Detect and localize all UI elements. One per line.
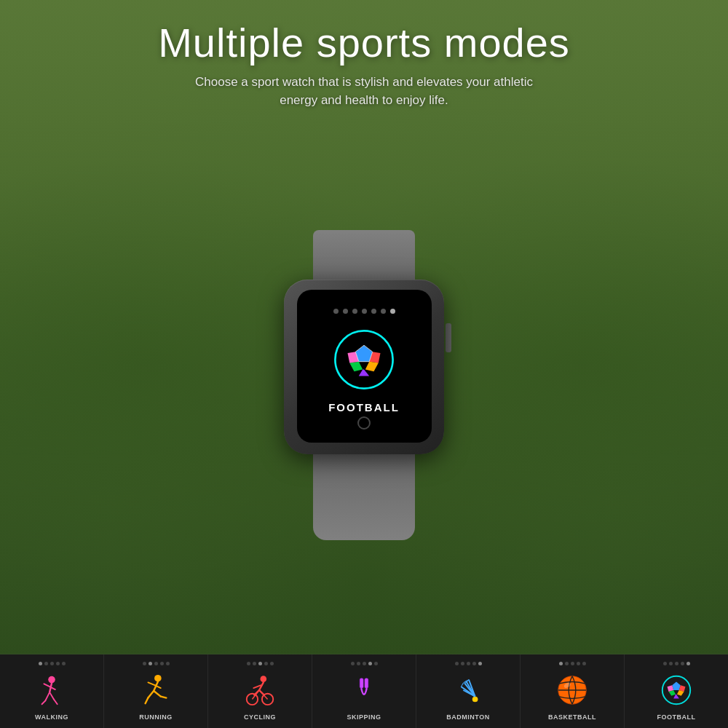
sport-card-skipping[interactable]: SKIPPING xyxy=(312,654,416,728)
screen-dots-indicator xyxy=(333,309,395,314)
svg-line-22 xyxy=(148,691,154,698)
badminton-label: BADMINTON xyxy=(446,713,489,721)
watch-home-button[interactable] xyxy=(357,416,371,430)
watch-section: FOOTBALL xyxy=(284,117,444,654)
svg-marker-47 xyxy=(672,681,681,690)
cycling-dots xyxy=(247,662,274,665)
skipping-label: SKIPPING xyxy=(347,713,381,721)
svg-marker-5 xyxy=(349,362,363,372)
dot-1 xyxy=(333,309,339,314)
svg-marker-7 xyxy=(359,370,369,376)
svg-line-34 xyxy=(259,690,268,699)
subtitle-line2: energy and health to enjoy life. xyxy=(280,93,448,107)
cycling-label: CYCLING xyxy=(244,713,276,721)
dot-4 xyxy=(362,309,367,314)
page-container: Multiple sports modes Choose a sport wat… xyxy=(0,0,728,728)
svg-line-14 xyxy=(45,692,50,701)
svg-point-37 xyxy=(472,697,478,703)
running-icon-area xyxy=(137,671,175,709)
watch-body: FOOTBALL xyxy=(284,280,444,454)
svg-line-24 xyxy=(154,691,161,697)
badminton-dots xyxy=(455,662,482,665)
running-label: RUNNING xyxy=(139,713,173,721)
dot-5 xyxy=(371,309,376,314)
sport-card-walking[interactable]: WALKING xyxy=(0,654,104,728)
dot-6 xyxy=(381,309,386,314)
walking-icon xyxy=(34,673,69,708)
basketball-icon-area xyxy=(553,671,591,709)
football-label: FOOTBALL xyxy=(657,713,696,721)
walking-icon-area xyxy=(33,671,71,709)
header-section: Multiple sports modes Choose a sport wat… xyxy=(158,0,570,117)
football-icon-area xyxy=(657,671,695,709)
svg-line-23 xyxy=(146,698,149,704)
sport-card-cycling[interactable]: CYCLING xyxy=(208,654,312,728)
football-icon xyxy=(331,327,397,392)
sports-bar: WALKING xyxy=(0,654,728,728)
svg-line-17 xyxy=(54,699,58,704)
basketball-label: BASKETBALL xyxy=(548,713,596,721)
page-title: Multiple sports modes xyxy=(158,20,570,66)
svg-marker-52 xyxy=(673,695,679,699)
walking-dots xyxy=(39,662,66,665)
cycling-icon-area xyxy=(241,671,279,709)
badminton-icon xyxy=(451,673,486,708)
running-icon xyxy=(138,673,173,708)
svg-rect-35 xyxy=(360,678,363,688)
basketball-icon xyxy=(555,673,590,708)
subtitle-line1: Choose a sport watch that is stylish and… xyxy=(195,75,533,89)
subtitle: Choose a sport watch that is stylish and… xyxy=(158,73,570,110)
svg-point-26 xyxy=(260,676,266,682)
svg-rect-36 xyxy=(365,678,368,688)
watch-screen: FOOTBALL xyxy=(297,290,432,443)
svg-line-25 xyxy=(161,697,167,698)
sport-card-badminton[interactable]: BADMINTON xyxy=(416,654,521,728)
sport-card-football[interactable]: FOOTBALL xyxy=(625,654,728,728)
football-sport-icon xyxy=(659,673,694,708)
svg-point-10 xyxy=(48,676,55,684)
football-dots xyxy=(663,662,690,665)
basketball-dots xyxy=(559,662,586,665)
dot-2 xyxy=(343,309,348,314)
cycling-icon xyxy=(242,673,277,708)
svg-line-16 xyxy=(50,692,54,700)
smartwatch: FOOTBALL xyxy=(284,230,444,540)
skipping-icon-area xyxy=(345,671,383,709)
svg-point-18 xyxy=(154,675,162,682)
svg-line-20 xyxy=(148,682,155,685)
badminton-icon-area xyxy=(449,671,487,709)
svg-line-12 xyxy=(44,684,50,687)
watch-side-button xyxy=(446,323,451,352)
running-dots xyxy=(143,662,170,665)
skipping-dots xyxy=(351,662,378,665)
dot-7 xyxy=(390,309,395,314)
watch-band-top xyxy=(313,230,415,281)
walking-label: WALKING xyxy=(35,713,68,721)
svg-marker-4 xyxy=(365,362,379,372)
svg-line-15 xyxy=(42,700,46,704)
sport-card-running[interactable]: RUNNING xyxy=(104,654,208,728)
svg-line-28 xyxy=(253,685,261,688)
sport-card-basketball[interactable]: BASKETBALL xyxy=(521,654,625,728)
dot-3 xyxy=(352,309,357,314)
watch-band-bottom xyxy=(313,453,415,540)
skipping-icon xyxy=(347,673,381,708)
watch-screen-label: FOOTBALL xyxy=(328,401,400,414)
